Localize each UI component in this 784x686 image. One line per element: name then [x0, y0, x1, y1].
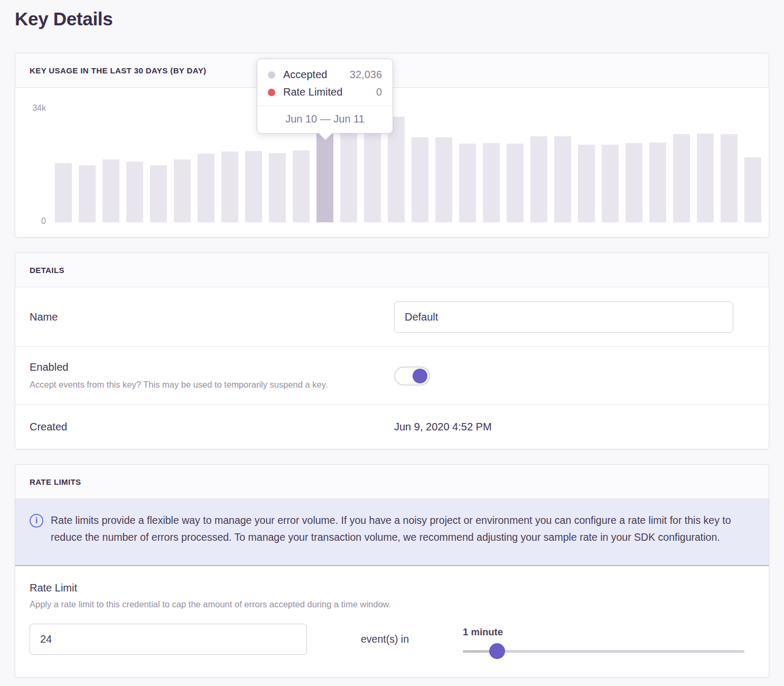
- tooltip-label: Rate Limited: [283, 86, 342, 98]
- rate-limit-connector-text: event(s) in: [307, 633, 463, 645]
- slider-knob[interactable]: [489, 643, 505, 659]
- chart-bar[interactable]: [174, 159, 191, 222]
- chart-bar[interactable]: [79, 165, 96, 223]
- tooltip-label: Accepted: [283, 69, 327, 81]
- created-row: Created Jun 9, 2020 4:52 PM: [15, 405, 769, 449]
- chart-bar[interactable]: [673, 134, 690, 222]
- tooltip-rows: Accepted 32,036 Rate Limited 0: [257, 59, 393, 106]
- chart-bar[interactable]: [150, 165, 167, 222]
- chart-bar[interactable]: [412, 137, 428, 222]
- details-panel-title: DETAILS: [30, 266, 64, 275]
- info-icon: i: [30, 514, 43, 528]
- chart-bar[interactable]: [530, 136, 547, 222]
- accepted-legend-dot-icon: [268, 71, 275, 79]
- chart-bar[interactable]: [340, 128, 357, 222]
- chart-bar[interactable]: [293, 151, 310, 222]
- usage-panel: KEY USAGE IN THE LAST 30 DAYS (BY DAY) 3…: [15, 53, 769, 238]
- slider-track[interactable]: [463, 650, 744, 653]
- usage-panel-title: KEY USAGE IN THE LAST 30 DAYS (BY DAY): [30, 66, 206, 75]
- enabled-toggle[interactable]: [394, 367, 430, 386]
- chart-bar[interactable]: [721, 134, 738, 222]
- chart-bar[interactable]: [649, 143, 666, 222]
- tooltip-value: 32,036: [350, 69, 382, 81]
- chart-bar[interactable]: [626, 143, 642, 222]
- rate-limits-info-alert: i Rate limits provide a flexible way to …: [15, 499, 769, 566]
- chart-bar[interactable]: [459, 144, 476, 222]
- chart-bar[interactable]: [221, 152, 238, 222]
- chart-bar[interactable]: [697, 134, 714, 222]
- chart-tooltip: Accepted 32,036 Rate Limited 0 Jun 10 — …: [257, 59, 393, 134]
- chart-bar[interactable]: [578, 145, 595, 222]
- chart-bar[interactable]: [483, 143, 500, 222]
- chart-bar[interactable]: [744, 157, 761, 222]
- rate-limits-panel-title: RATE LIMITS: [30, 477, 81, 486]
- y-axis-min-label: 0: [15, 217, 46, 226]
- rate-limit-section: Rate Limit Apply a rate limit to this cr…: [15, 566, 769, 655]
- rate-limit-help: Apply a rate limit to this credential to…: [30, 599, 754, 609]
- rate-limits-panel: RATE LIMITS i Rate limits provide a flex…: [15, 464, 769, 678]
- chart-bar[interactable]: [245, 151, 262, 222]
- chart-bar[interactable]: [554, 136, 571, 222]
- name-input[interactable]: [394, 302, 733, 333]
- rate-window-label: 1 minute: [463, 626, 744, 638]
- y-axis-max-label: 34k: [15, 104, 46, 113]
- rate-limit-controls: event(s) in 1 minute: [30, 624, 754, 655]
- rate-limit-label: Rate Limit: [30, 582, 754, 594]
- chart-bar[interactable]: [55, 163, 72, 222]
- tooltip-value: 0: [376, 86, 382, 98]
- enabled-label: Enabled: [30, 361, 394, 373]
- details-panel-header: DETAILS: [15, 253, 769, 287]
- rate-limits-panel-header: RATE LIMITS: [15, 465, 769, 499]
- rate-window-slider: 1 minute: [463, 626, 744, 653]
- enabled-help: Accept events from this key? This may be…: [30, 378, 394, 391]
- details-panel: DETAILS Name Enabled Accept events from …: [15, 252, 769, 449]
- info-alert-text: Rate limits provide a flexible way to ma…: [51, 512, 753, 565]
- chart-bar[interactable]: [102, 159, 119, 222]
- rate-limit-count-input[interactable]: [30, 624, 307, 655]
- bar-chart: [55, 108, 761, 222]
- name-label: Name: [30, 311, 394, 323]
- page-title: Key Details: [15, 8, 113, 30]
- chart-bar[interactable]: [198, 154, 214, 222]
- chart-bar[interactable]: [269, 153, 286, 223]
- toggle-knob: [413, 369, 427, 383]
- rate-limited-legend-dot-icon: [268, 89, 275, 96]
- tooltip-row-accepted: Accepted 32,036: [268, 66, 382, 83]
- tooltip-row-rate-limited: Rate Limited 0: [268, 83, 382, 101]
- name-row: Name: [15, 287, 769, 347]
- chart-bar[interactable]: [435, 137, 452, 222]
- chart-bar[interactable]: [507, 144, 524, 222]
- created-label: Created: [30, 421, 394, 433]
- created-value: Jun 9, 2020 4:52 PM: [394, 421, 492, 433]
- chart-bar[interactable]: [126, 162, 143, 222]
- enabled-row: Enabled Accept events from this key? Thi…: [15, 347, 769, 405]
- chart-bar[interactable]: [602, 145, 619, 222]
